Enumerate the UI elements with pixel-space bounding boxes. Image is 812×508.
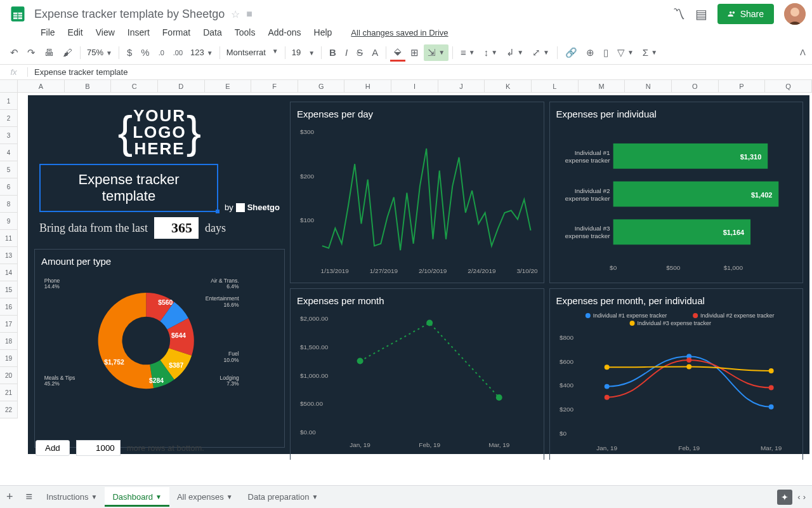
doc-title[interactable]: Expense tracker template by Sheetgo bbox=[34, 8, 225, 21]
row-header[interactable]: 22 bbox=[0, 401, 18, 418]
scroll-left-icon[interactable]: ‹ bbox=[797, 492, 800, 502]
all-sheets-icon[interactable]: ≡ bbox=[20, 490, 39, 504]
formula-bar[interactable]: Expense tracker template bbox=[28, 67, 134, 77]
row-header[interactable]: 5 bbox=[0, 161, 18, 178]
collapse-toolbar-icon[interactable]: ᐱ bbox=[800, 48, 806, 57]
menu-help[interactable]: Help bbox=[309, 25, 337, 40]
col-header[interactable]: A bbox=[18, 80, 65, 92]
row-header[interactable]: 19 bbox=[0, 350, 18, 367]
undo-icon[interactable]: ↶ bbox=[6, 44, 22, 61]
menu-insert[interactable]: Insert bbox=[122, 25, 155, 40]
rotate-button[interactable]: ⤢▼ bbox=[528, 44, 553, 61]
col-header[interactable]: D bbox=[158, 80, 205, 92]
avatar[interactable] bbox=[784, 3, 806, 25]
add-sheet-icon[interactable]: + bbox=[0, 490, 20, 504]
row-header[interactable]: 13 bbox=[0, 247, 18, 264]
star-icon[interactable]: ☆ bbox=[231, 8, 240, 20]
row-header[interactable]: 1 bbox=[0, 93, 18, 110]
logo-line1: YOUR bbox=[133, 107, 187, 124]
row-header[interactable]: 11 bbox=[0, 230, 18, 247]
row-header[interactable]: 8 bbox=[0, 196, 18, 213]
row-header[interactable]: 14 bbox=[0, 264, 18, 281]
col-header[interactable]: O bbox=[672, 80, 719, 92]
col-header[interactable]: E bbox=[205, 80, 252, 92]
inc-decimal-button[interactable]: .00 bbox=[169, 46, 187, 59]
menu-tools[interactable]: Tools bbox=[230, 25, 261, 40]
chart-icon[interactable]: ▯ bbox=[599, 44, 612, 61]
sheets-logo-icon[interactable] bbox=[6, 3, 29, 25]
col-header[interactable]: J bbox=[438, 80, 485, 92]
link-icon[interactable]: 🔗 bbox=[561, 44, 581, 61]
comments-icon[interactable]: ▤ bbox=[695, 6, 707, 22]
days-suffix: days bbox=[205, 222, 226, 235]
folder-icon[interactable]: ■ bbox=[246, 8, 252, 20]
percent-button[interactable]: % bbox=[137, 44, 153, 60]
scroll-right-icon[interactable]: › bbox=[803, 492, 806, 502]
col-header[interactable]: G bbox=[298, 80, 345, 92]
explore-icon[interactable]: ✦ bbox=[777, 490, 792, 505]
currency-button[interactable]: $ bbox=[123, 44, 136, 60]
menu-addons[interactable]: Add-ons bbox=[263, 25, 306, 40]
col-header[interactable]: K bbox=[485, 80, 532, 92]
col-header[interactable]: L bbox=[532, 80, 579, 92]
functions-icon[interactable]: Σ▼ bbox=[639, 44, 661, 60]
strike-button[interactable]: S bbox=[353, 44, 367, 60]
row-header[interactable]: 4 bbox=[0, 144, 18, 161]
tab-dashboard[interactable]: Dashboard▼ bbox=[105, 487, 169, 507]
add-rows-input[interactable] bbox=[76, 440, 121, 456]
menu-view[interactable]: View bbox=[91, 25, 120, 40]
valign-button[interactable]: ↕▼ bbox=[480, 44, 501, 60]
print-icon[interactable]: 🖶 bbox=[41, 44, 58, 60]
col-header[interactable]: P bbox=[719, 80, 766, 92]
tab-data-preparation[interactable]: Data preparation▼ bbox=[240, 487, 326, 507]
col-header[interactable]: I bbox=[391, 80, 438, 92]
share-button[interactable]: Share bbox=[717, 4, 774, 24]
menu-data[interactable]: Data bbox=[198, 25, 227, 40]
merge-button[interactable]: ⇲▼ bbox=[424, 44, 449, 61]
row-header[interactable]: 16 bbox=[0, 298, 18, 316]
menu-edit[interactable]: Edit bbox=[63, 25, 88, 40]
text-color-button[interactable]: A bbox=[368, 44, 382, 60]
trend-icon[interactable]: 〽 bbox=[672, 7, 685, 22]
row-header[interactable]: 21 bbox=[0, 384, 18, 401]
fill-color-button[interactable]: ⬙ bbox=[390, 43, 405, 62]
font-size-select[interactable]: 19▼ bbox=[289, 48, 317, 57]
col-header[interactable]: C bbox=[111, 80, 158, 92]
borders-button[interactable]: ⊞ bbox=[407, 44, 422, 61]
tab-all-expenses[interactable]: All expenses▼ bbox=[169, 487, 240, 507]
row-header[interactable]: 18 bbox=[0, 333, 18, 350]
italic-button[interactable]: I bbox=[341, 44, 351, 60]
paint-format-icon[interactable]: 🖌 bbox=[59, 44, 76, 60]
comment-icon[interactable]: ⊕ bbox=[582, 44, 598, 61]
number-format-select[interactable]: 123▼ bbox=[188, 48, 216, 57]
wrap-button[interactable]: ↲▼ bbox=[502, 44, 527, 61]
row-header[interactable]: 2 bbox=[0, 110, 18, 127]
menu-format[interactable]: Format bbox=[157, 25, 195, 40]
svg-text:14.4%: 14.4% bbox=[44, 283, 60, 290]
redo-icon[interactable]: ↷ bbox=[23, 44, 39, 61]
filter-icon[interactable]: ▽▼ bbox=[613, 44, 638, 61]
tab-instructions[interactable]: Instructions▼ bbox=[39, 487, 105, 507]
col-header[interactable]: F bbox=[251, 80, 298, 92]
days-input[interactable]: 365 bbox=[154, 217, 199, 239]
row-header[interactable]: 9 bbox=[0, 213, 18, 230]
row-header[interactable]: 15 bbox=[0, 281, 18, 298]
add-rows-button[interactable]: Add bbox=[36, 440, 70, 456]
row-header[interactable]: 3 bbox=[0, 127, 18, 144]
zoom-select[interactable]: 75%▼ bbox=[84, 48, 115, 57]
toolbar: ↶ ↷ 🖶 🖌 75%▼ $ % .0 .00 123▼ Montserrat▼… bbox=[0, 41, 812, 65]
menu-file[interactable]: File bbox=[36, 25, 60, 40]
col-header[interactable]: Q bbox=[765, 80, 812, 92]
template-title[interactable]: Expense tracker template bbox=[39, 164, 218, 212]
halign-button[interactable]: ≡▼ bbox=[457, 44, 479, 60]
row-header[interactable]: 17 bbox=[0, 316, 18, 333]
col-header[interactable]: N bbox=[625, 80, 672, 92]
row-header[interactable]: 20 bbox=[0, 367, 18, 384]
font-select[interactable]: Montserrat▼ bbox=[224, 48, 281, 57]
bold-button[interactable]: B bbox=[325, 44, 340, 60]
row-header[interactable]: 6 bbox=[0, 178, 18, 196]
col-header[interactable]: M bbox=[579, 80, 625, 92]
col-header[interactable]: H bbox=[344, 80, 391, 92]
col-header[interactable]: B bbox=[65, 80, 112, 92]
dec-decimal-button[interactable]: .0 bbox=[155, 46, 168, 59]
